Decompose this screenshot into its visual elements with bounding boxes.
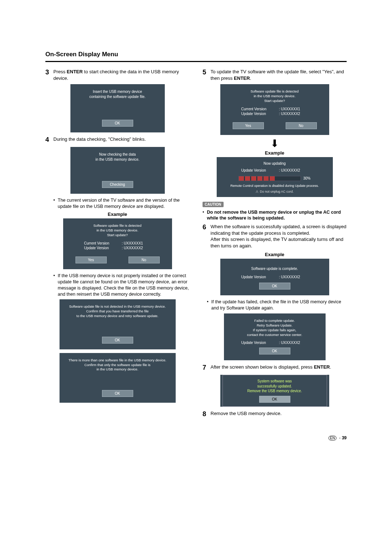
caution-badge: CAUTION <box>203 202 224 207</box>
text-part: . <box>250 75 251 81</box>
arrow-down-icon: ⬇ <box>203 139 347 149</box>
msg-line: Insert the USB memory device <box>93 90 142 94</box>
dialog-message: There is more than one software file in … <box>64 358 171 372</box>
example-label: Example <box>203 252 347 257</box>
version-value: : UXXXXXX1 <box>279 107 308 111</box>
progress-segment <box>264 176 269 181</box>
bullet-text: If the USB memory device is not properly… <box>58 273 189 297</box>
caution-block: CAUTION • Do not remove the USB memory d… <box>203 201 347 222</box>
dash: - <box>338 435 342 440</box>
version-value: : UXXXXXX2 <box>279 168 308 172</box>
step-number: 6 <box>203 223 211 231</box>
page-lang-badge: EN <box>328 436 336 440</box>
yes-button[interactable]: Yes <box>233 122 264 129</box>
msg-line: successfully updated. <box>257 384 292 388</box>
enter-key: ENTER <box>314 364 330 370</box>
step-text: When the software is successfully update… <box>211 223 347 249</box>
step-3: 3 Press ENTER to start checking the data… <box>45 69 189 81</box>
msg-line: contact the customer service center. <box>247 333 302 337</box>
msg-line: in the USB memory device. <box>97 228 138 232</box>
bullet-dot: • <box>53 197 58 210</box>
dialog-checking: Now checking the data in the USB memory … <box>70 147 165 194</box>
step-4: 4 During the data checking, "Checking" b… <box>45 136 189 144</box>
version-label: Update Version <box>241 168 274 172</box>
dialog-update-detected: Software update file is detected in the … <box>63 218 172 269</box>
no-button[interactable]: No <box>128 257 160 263</box>
progress-segment <box>245 176 250 181</box>
dialog-message: Software update file is detected in the … <box>68 223 168 237</box>
dialog-update-detected-right: Software update file is detected in the … <box>220 84 329 135</box>
ok-button[interactable]: OK <box>102 390 133 397</box>
button-row: OK <box>225 283 325 290</box>
msg-line: Software update file is detected <box>250 89 299 93</box>
update-version-row: Update Version : UXXXXXX2 <box>225 112 325 116</box>
update-version-row: Update Version : UXXXXXX2 <box>228 341 321 345</box>
button-row: OK <box>75 120 160 127</box>
step-text: Remove the USB memory device. <box>211 410 282 417</box>
page-root: On-Screen Display Menu 3 Press ENTER to … <box>0 0 392 462</box>
bullet-update-failed: • If the update has failed, check the fi… <box>207 299 347 311</box>
version-label: Current Version <box>84 241 117 245</box>
step-7: 7 After the screen shown below is displa… <box>203 364 347 372</box>
unplug-warning: ⚠ Do not unplug AC cord. <box>221 190 328 193</box>
text-part: To update the TV software with the updat… <box>211 69 344 81</box>
step-text: After the screen shown below is displaye… <box>211 364 331 370</box>
example-label: Example <box>45 212 189 217</box>
ok-button[interactable]: OK <box>102 120 133 127</box>
ok-button[interactable]: OK <box>259 348 290 354</box>
right-column: 5 To update the TV software with the upd… <box>203 69 347 421</box>
step-number: 8 <box>203 410 211 418</box>
button-row: OK <box>228 348 321 354</box>
button-row: Yes No <box>68 257 168 263</box>
dialog-not-detected: Software update file is not detected in … <box>60 299 176 349</box>
step-text: Press ENTER to start checking the data i… <box>53 69 189 81</box>
enter-key: ENTER <box>67 69 83 74</box>
button-row: OK <box>64 390 171 397</box>
step-number: 5 <box>203 69 211 77</box>
msg-line: Confirm that only the software update fi… <box>84 363 150 367</box>
progress-bar <box>238 176 301 181</box>
no-button[interactable]: No <box>286 122 317 129</box>
msg-line: to the USB memory device and retry softw… <box>77 314 159 318</box>
progress-segment <box>257 176 262 181</box>
update-version-row: Update Version : UXXXXXX2 <box>225 275 325 279</box>
version-value: : UXXXXXX1 <box>122 241 151 245</box>
msg-line: in the USB memory device. <box>254 94 295 98</box>
msg-line: System software was <box>257 379 291 383</box>
bullet-dot: • <box>203 209 207 222</box>
version-label: Update Version <box>241 275 274 279</box>
dialog-multiple-files: There is more than one software file in … <box>60 353 176 403</box>
version-value: : UXXXXXX2 <box>122 246 151 250</box>
text-part: . <box>330 364 331 370</box>
page-number: EN - 39 <box>45 435 347 440</box>
caution-bullet: • Do not remove the USB memory device or… <box>203 209 347 222</box>
yes-button[interactable]: Yes <box>75 257 107 263</box>
ok-button[interactable]: OK <box>102 337 133 344</box>
version-value: : UXXXXXX2 <box>279 112 308 116</box>
checking-button: Checking <box>102 181 133 188</box>
text-part: After the screen shown below is displaye… <box>211 364 314 370</box>
msg-line: Remove the USB memory device. <box>247 389 302 393</box>
text-part: After this screen is displayed, the TV a… <box>211 237 343 249</box>
dialog-message: System software was successfully updated… <box>226 379 323 394</box>
progress-bar-wrap: 30% <box>221 176 328 181</box>
ok-button[interactable]: OK <box>259 396 290 403</box>
bullet-text: The current version of the TV software a… <box>58 197 189 210</box>
progress-percent: 30% <box>303 176 310 180</box>
button-row: Checking <box>75 181 160 188</box>
enter-key: ENTER <box>234 75 250 81</box>
dialog-message: Software update file is not detected in … <box>64 304 171 318</box>
button-row: OK <box>226 396 323 403</box>
ok-button[interactable]: OK <box>259 283 290 290</box>
update-version-row: Update Version : UXXXXXX2 <box>221 168 328 172</box>
two-column-layout: 3 Press ENTER to start checking the data… <box>45 69 347 421</box>
warning-icon: ⚠ <box>256 190 258 193</box>
bullet-current-version: • The current version of the TV software… <box>53 197 189 210</box>
dialog-message: Insert the USB memory device containing … <box>75 89 160 99</box>
dialog-inner: System software was successfully updated… <box>222 375 327 407</box>
text-part: When the software is successfully update… <box>211 224 346 236</box>
msg-line: There is more than one software file in … <box>69 358 166 362</box>
msg-line: Software update file is not detected in … <box>69 304 166 308</box>
caution-text: Do not remove the USB memory device or u… <box>207 209 347 222</box>
step-text: During the data checking, "Checking" bli… <box>53 136 146 143</box>
